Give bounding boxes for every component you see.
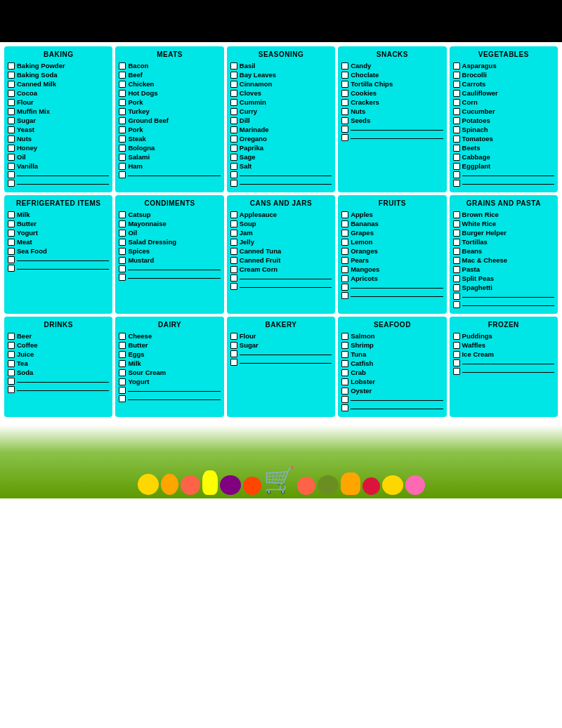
item-checkbox[interactable] [8, 369, 15, 376]
item-checkbox[interactable] [341, 239, 348, 246]
item-checkbox[interactable] [341, 257, 348, 264]
list-item[interactable]: Pork [119, 98, 220, 106]
list-item[interactable]: Oil [119, 229, 220, 237]
item-checkbox[interactable] [341, 62, 348, 70]
list-item[interactable]: Canned Tuna [230, 247, 332, 255]
item-checkbox[interactable] [230, 342, 237, 349]
item-checkbox[interactable] [8, 230, 15, 237]
item-checkbox[interactable] [119, 99, 126, 106]
blank-checkbox[interactable] [8, 256, 15, 263]
item-checkbox[interactable] [341, 230, 348, 237]
item-checkbox[interactable] [119, 351, 126, 358]
item-checkbox[interactable] [119, 342, 126, 349]
item-checkbox[interactable] [8, 333, 15, 340]
blank-line[interactable] [453, 171, 554, 178]
blank-line[interactable] [341, 126, 443, 133]
list-item[interactable]: Choclate [341, 71, 443, 79]
item-checkbox[interactable] [453, 108, 460, 115]
list-item[interactable]: Jelly [230, 238, 332, 246]
list-item[interactable]: Hot Dogs [119, 89, 220, 97]
blank-checkbox[interactable] [341, 396, 348, 403]
list-item[interactable]: Oranges [341, 247, 443, 255]
item-checkbox[interactable] [341, 351, 348, 358]
blank-line[interactable] [230, 180, 332, 187]
blank-checkbox[interactable] [230, 359, 237, 366]
list-item[interactable]: Honey [8, 144, 109, 152]
list-item[interactable]: Asparagus [453, 62, 554, 70]
item-checkbox[interactable] [453, 266, 460, 273]
blank-checkbox[interactable] [453, 180, 460, 187]
item-checkbox[interactable] [453, 342, 460, 349]
list-item[interactable]: Brocolli [453, 71, 554, 79]
blank-line[interactable] [119, 395, 220, 402]
item-checkbox[interactable] [8, 163, 15, 170]
list-item[interactable]: Sea Food [8, 247, 109, 255]
item-checkbox[interactable] [341, 117, 348, 124]
item-checkbox[interactable] [341, 369, 348, 376]
list-item[interactable]: Candy [341, 62, 443, 70]
list-item[interactable]: Bologna [119, 144, 220, 152]
list-item[interactable]: Cookies [341, 89, 443, 97]
item-checkbox[interactable] [230, 154, 237, 161]
list-item[interactable]: Paprika [230, 144, 332, 152]
list-item[interactable]: Crab [341, 369, 443, 376]
list-item[interactable]: Butter [119, 341, 220, 349]
list-item[interactable]: Chicken [119, 80, 220, 88]
list-item[interactable]: Salami [119, 153, 220, 161]
blank-checkbox[interactable] [453, 293, 460, 300]
item-checkbox[interactable] [453, 257, 460, 264]
item-checkbox[interactable] [230, 62, 237, 70]
list-item[interactable]: Catsup [119, 211, 220, 218]
list-item[interactable]: Eggs [119, 350, 220, 358]
list-item[interactable]: Meat [8, 238, 109, 246]
item-checkbox[interactable] [119, 90, 126, 97]
item-checkbox[interactable] [119, 220, 126, 227]
item-checkbox[interactable] [119, 126, 126, 133]
list-item[interactable]: Bacon [119, 62, 220, 70]
list-item[interactable]: Nuts [341, 107, 443, 115]
blank-line[interactable] [453, 180, 554, 187]
item-checkbox[interactable] [8, 342, 15, 349]
blank-checkbox[interactable] [119, 265, 126, 272]
list-item[interactable]: Cloves [230, 89, 332, 97]
list-item[interactable]: Yeast [8, 126, 109, 133]
item-checkbox[interactable] [119, 154, 126, 161]
blank-checkbox[interactable] [341, 134, 348, 141]
item-checkbox[interactable] [119, 117, 126, 124]
blank-checkbox[interactable] [8, 265, 15, 272]
item-checkbox[interactable] [341, 333, 348, 340]
item-checkbox[interactable] [119, 163, 126, 170]
blank-line[interactable] [230, 283, 332, 290]
item-checkbox[interactable] [453, 211, 460, 218]
blank-checkbox[interactable] [341, 292, 348, 299]
item-checkbox[interactable] [119, 81, 126, 88]
list-item[interactable]: Oyster [341, 387, 443, 395]
item-checkbox[interactable] [453, 135, 460, 143]
item-checkbox[interactable] [119, 239, 126, 246]
blank-checkbox[interactable] [8, 378, 15, 385]
list-item[interactable]: Beets [453, 144, 554, 152]
blank-line[interactable] [230, 350, 332, 357]
list-item[interactable]: Tea [8, 359, 109, 367]
list-item[interactable]: Soda [8, 369, 109, 376]
blank-checkbox[interactable] [119, 171, 126, 178]
item-checkbox[interactable] [119, 230, 126, 237]
item-checkbox[interactable] [341, 72, 348, 79]
item-checkbox[interactable] [119, 72, 126, 79]
blank-line[interactable] [119, 265, 220, 272]
blank-checkbox[interactable] [119, 395, 126, 402]
list-item[interactable]: Ground Beef [119, 117, 220, 124]
blank-checkbox[interactable] [453, 368, 460, 375]
list-item[interactable]: Steak [119, 135, 220, 143]
list-item[interactable]: Cheese [119, 332, 220, 340]
item-checkbox[interactable] [453, 239, 460, 246]
blank-checkbox[interactable] [230, 350, 237, 357]
list-item[interactable]: Brown Rice [453, 211, 554, 218]
item-checkbox[interactable] [453, 62, 460, 70]
item-checkbox[interactable] [341, 220, 348, 227]
list-item[interactable]: Oil [8, 153, 109, 161]
blank-line[interactable] [453, 359, 554, 366]
item-checkbox[interactable] [230, 266, 237, 273]
list-item[interactable]: Lobster [341, 378, 443, 385]
list-item[interactable]: Tuna [341, 350, 443, 358]
